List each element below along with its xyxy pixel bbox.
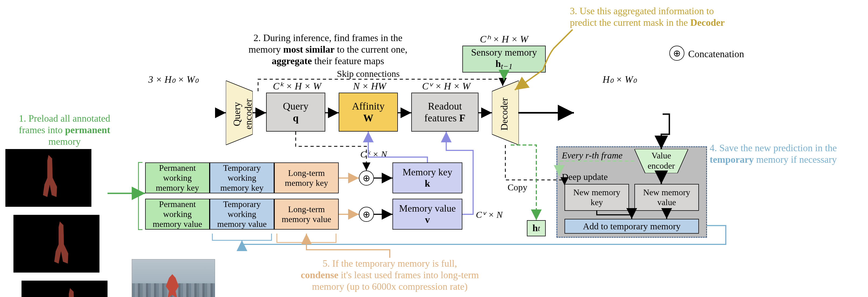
dim-input: 3 × H₀ × W₀ [136,74,211,86]
memory-key-block: Memory key k [393,162,462,193]
step-2-caption: 2. During inference, find frames in the … [234,32,422,67]
new-memory-value-block: New memory value [634,184,699,211]
architecture-diagram: 1. Preload all annotated frames into per… [0,0,868,297]
concat-legend-label: Concatenation [688,48,744,60]
dim-affinity: N × HW [344,80,395,92]
query-encoder-label: Query encoder [231,93,245,136]
every-r-frame-label: Every r-th frame [562,151,643,161]
affinity-block: Affinity W [339,93,398,132]
dim-query: Cᵏ × H × W [269,80,325,92]
query-block: Query q [266,93,325,132]
new-memory-key-block: New memory key [564,184,629,211]
dim-readout: Cᵛ × H × W [415,80,477,92]
sensory-memory-block: Sensory memory ht−1 [462,46,546,72]
concat-icon: ⊕ [669,46,684,61]
add-to-temporary-memory-block: Add to temporary memory [564,219,699,234]
annotated-mask-frame-3 [5,149,91,207]
deep-update-label: Deep update [562,172,621,182]
temporary-working-memory-value: Temporary working memory value [210,199,274,230]
readout-block: Readout features F [411,93,478,132]
dim-output: H₀ × W₀ [597,74,643,86]
step-1-caption: 1. Preload all annotated frames into per… [8,113,121,148]
permanent-working-memory-key: Permanent working memory key [145,162,210,193]
step-3-caption: 3. Use this aggregated information to pr… [570,5,764,29]
value-encoder-label: Value encoder [644,151,679,171]
step-5-caption: 5. If the temporary memory is full, cond… [282,258,497,293]
concat-icon: ⊕ [359,207,374,222]
input-frame-image [132,259,215,297]
memory-value-block: Memory value v [393,199,462,230]
decoder-label: Decoder [499,94,512,134]
ht-box: ht [527,220,546,236]
dim-memval: Cᵛ × N [470,209,508,221]
temporary-working-memory-key: Temporary working memory key [210,162,274,193]
step-4-caption: 4. Save the new prediction in the tempor… [710,142,866,165]
dim-sensory: Cʰ × H × W [473,34,535,45]
annotated-mask-frame-2 [13,215,99,272]
concat-icon: ⊕ [359,170,374,186]
copy-label: Copy [503,182,532,193]
dim-memkey: Cᵏ × N [355,149,393,160]
long-term-memory-value: Long-term memory value [274,199,339,230]
permanent-working-memory-value: Permanent working memory value [145,199,210,230]
long-term-memory-key: Long-term memory key [274,162,339,193]
annotated-mask-frame-1 [22,280,107,297]
skip-connections-label: Skip connections [325,68,411,79]
